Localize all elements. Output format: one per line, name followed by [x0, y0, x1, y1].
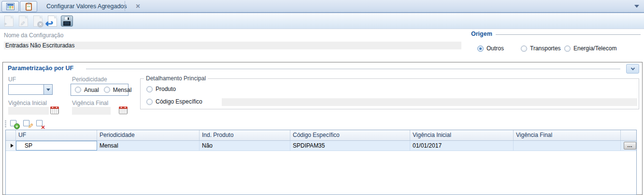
cell-codigo-especifico[interactable]: SPDIPAM35	[290, 141, 410, 150]
vigencia-final-field[interactable]	[72, 107, 111, 115]
cell-ind-produto[interactable]: Não	[200, 141, 290, 150]
radio-icon	[146, 99, 153, 105]
cell-vigencia-final[interactable]	[514, 141, 621, 150]
tab-configurar-valores-agregados[interactable]: Configurar Valores Agregados ✕	[41, 0, 146, 12]
origem-radio-transportes[interactable]: Transportes	[521, 45, 561, 52]
detalhamento-principal-title: Detalhamento Principal	[144, 75, 208, 82]
chevron-down-icon	[630, 66, 634, 70]
grid-header-ind-produto[interactable]: Ind. Produto	[200, 130, 290, 140]
undo-button[interactable]: ↩	[45, 14, 59, 29]
new-star-icon: ✦	[3, 21, 7, 27]
vigencia-inicial-label: Vigência Inicial	[8, 100, 47, 106]
radio-icon	[146, 86, 153, 92]
tab-label: Configurar Valores Agregados	[46, 3, 127, 10]
parametrizacao-panel: Parametrização por UF UF Periodicidade A…	[2, 62, 643, 195]
tab-overflow-arrow-icon[interactable]	[634, 5, 639, 8]
row-selector-cell[interactable]	[6, 141, 16, 150]
dropdown-arrow-icon	[46, 89, 50, 91]
edit-pencil-icon: ✎	[19, 21, 26, 26]
radio-icon	[104, 87, 110, 93]
grid-palette-icon	[6, 3, 14, 10]
row-ellipsis-button[interactable]: …	[624, 142, 636, 150]
periodicidade-radio-group: Anual Mensal	[71, 84, 129, 96]
grid-header-actions	[621, 130, 636, 140]
cell-actions: …	[621, 141, 636, 150]
grid-header-periodicidade[interactable]: Periodicidade	[97, 130, 200, 140]
origem-radio-outros[interactable]: Outros	[477, 45, 504, 52]
delete-x-icon: ✕	[40, 124, 46, 130]
origem-radio-energia-telecom[interactable]: Energia/Telecom	[564, 45, 616, 52]
origem-group-line	[496, 34, 641, 35]
cell-uf[interactable]: SP	[16, 141, 97, 150]
grid-toolbar: + ✎ ✕	[3, 119, 48, 130]
add-row-button[interactable]: +	[9, 120, 21, 129]
origem-group-title: Origem	[471, 30, 492, 37]
grid-header-vigencia-final[interactable]: Vigência Final	[514, 130, 621, 140]
periodicidade-label: Periodicidade	[72, 76, 107, 83]
edit-row-button[interactable]: ✎	[22, 120, 34, 129]
detalhamento-radio-codigo-especifico[interactable]: Código Específico	[146, 98, 202, 105]
undo-arrow-icon: ↩	[45, 18, 53, 29]
delete-row-button[interactable]: ✕	[35, 120, 47, 129]
radio-selected-icon	[477, 45, 484, 52]
nome-configuracao-label: Nome da Configuração	[4, 32, 63, 39]
table-row[interactable]: SP Mensal Não SPDIPAM35 01/01/2017 …	[6, 141, 636, 151]
edit-button: ✎	[16, 14, 30, 29]
grid-header-selector	[6, 130, 16, 140]
radio-icon	[75, 87, 81, 93]
vigencia-final-label: Vigência Final	[72, 100, 108, 106]
parametrizacao-title-line	[86, 69, 620, 69]
tab-bar: Configurar Valores Agregados ✕	[0, 0, 644, 13]
combobox-dropdown-button[interactable]	[43, 85, 52, 94]
cancel-button: ✕	[30, 14, 45, 29]
main-toolbar: ✦ ✎ ✕ ↩	[0, 13, 644, 29]
uf-combobox[interactable]	[8, 84, 53, 95]
save-button[interactable]	[59, 14, 74, 29]
grid-header-vigencia-inicial[interactable]: Vigência Inicial	[410, 130, 514, 140]
radio-icon	[564, 45, 571, 52]
cell-periodicidade[interactable]: Mensal	[97, 141, 200, 150]
codigo-especifico-field[interactable]	[222, 98, 637, 106]
row-selector-arrow-icon	[11, 144, 14, 148]
vigencia-inicial-calendar-icon[interactable]	[50, 106, 59, 114]
checklist-clipboard-icon	[26, 3, 32, 11]
add-plus-icon: +	[14, 123, 20, 129]
cancel-x-icon: ✕	[37, 21, 43, 28]
collapse-panel-button[interactable]	[626, 64, 639, 74]
nome-configuracao-field[interactable]: Entradas Não Escrituradas	[4, 42, 461, 49]
save-floppy-icon	[61, 15, 73, 27]
toolbar-grip-handle[interactable]	[5, 120, 6, 128]
vigencia-final-calendar-icon[interactable]	[119, 106, 128, 114]
tab-home[interactable]	[1, 1, 19, 12]
edit-pencil-icon: ✎	[27, 123, 34, 129]
periodicidade-radio-anual[interactable]: Anual	[75, 87, 99, 93]
parametrizacao-grid: UF Periodicidade Ind. Produto Código Esp…	[5, 130, 637, 195]
periodicidade-radio-mensal[interactable]: Mensal	[104, 87, 132, 93]
cell-vigencia-inicial[interactable]: 01/01/2017	[410, 141, 514, 150]
tab-separator	[125, 1, 125, 11]
detalhamento-radio-produto[interactable]: Produto	[146, 86, 176, 92]
detalhamento-principal-group: Detalhamento Principal Produto Código Es…	[140, 78, 639, 109]
uf-label: UF	[8, 76, 16, 83]
radio-icon	[521, 45, 527, 52]
vigencia-inicial-field[interactable]	[8, 107, 49, 115]
grid-header-codigo-especifico[interactable]: Código Específico	[290, 130, 410, 140]
parametrizacao-title: Parametrização por UF	[8, 65, 73, 72]
grid-header-row: UF Periodicidade Ind. Produto Código Esp…	[6, 130, 636, 141]
grid-header-uf[interactable]: UF	[16, 130, 97, 140]
close-tab-icon[interactable]: ✕	[136, 3, 141, 10]
tab-tasks[interactable]	[20, 1, 37, 12]
uf-combobox-value	[9, 85, 43, 94]
new-button: ✦	[1, 14, 16, 29]
